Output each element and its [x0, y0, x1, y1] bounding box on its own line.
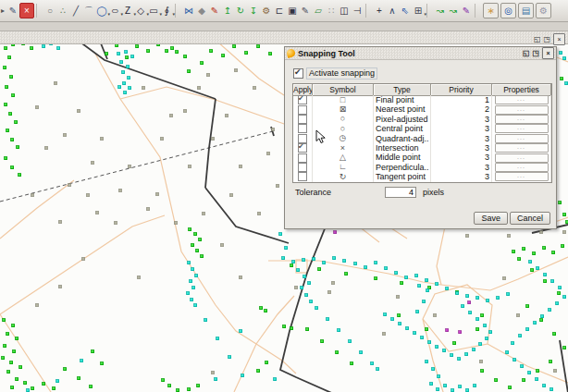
edit-vertex-tool-button[interactable]: ⇖ [399, 4, 412, 18]
dialog-restore-down-icon[interactable]: ◱ [523, 50, 530, 57]
copy-features-tool-button[interactable]: ▱ [312, 4, 325, 18]
symmetry-tool-button[interactable]: ⋈ [182, 4, 195, 18]
priority-value[interactable]: 3 [431, 172, 492, 181]
snap-type-label[interactable]: Quadrant-adj.. [374, 134, 431, 143]
view-close-icon[interactable]: × [553, 33, 565, 45]
arc-tool-button[interactable]: ⌒ [82, 4, 95, 18]
purple-pencil-tool-button[interactable]: ✎ [460, 4, 473, 18]
apply-checkbox[interactable] [298, 134, 307, 143]
wrench-tool-button[interactable]: ⚙ [260, 4, 273, 18]
rotate-tool-button[interactable]: ↻ [234, 4, 247, 18]
vertex-tool-icon: ∧ [389, 6, 395, 16]
apply-checkbox[interactable] [298, 124, 307, 133]
rectangle-tool-button[interactable]: ▭▾ [147, 4, 160, 18]
join-lines-tool-button[interactable]: ⊣ [351, 4, 364, 18]
stamp-tool-button[interactable]: ◆ [195, 4, 208, 18]
symmetry-tool-icon: ⋈ [184, 6, 193, 16]
dropdown-arrow-icon[interactable]: ▾ [172, 11, 175, 17]
arc-tool-icon: ⌒ [84, 6, 93, 16]
properties-button[interactable]: ... [495, 153, 549, 163]
edit-vertex-tool-icon: ⇖ [401, 6, 409, 16]
apply-checkbox[interactable] [298, 163, 307, 172]
activate-snapping-row: Activate snapping [293, 67, 377, 80]
snap-type-label[interactable]: Middle point [374, 153, 431, 162]
snap-type-label[interactable]: Pixel-adjusted [374, 115, 431, 124]
view-restore-down-icon[interactable]: ◱ [534, 36, 541, 43]
polyline-tool-icon: Z [125, 6, 130, 16]
table-row: ⊠Nearest point2... [293, 104, 551, 114]
apply-checkbox[interactable] [298, 153, 307, 163]
explode-tool-button[interactable]: ↝ [434, 4, 447, 18]
priority-value[interactable]: 3 [431, 124, 492, 133]
dialog-close-icon[interactable]: × [542, 47, 554, 59]
apply-checkbox[interactable] [298, 143, 307, 153]
polyline-tool-button[interactable]: Z▾ [121, 4, 134, 18]
cross-tool-button[interactable]: + [373, 4, 386, 18]
move-down-tool-button[interactable]: ↧ [247, 4, 260, 18]
join-lines-tool-icon: ⊣ [353, 6, 362, 16]
explode-tool-icon: ↝ [437, 6, 444, 16]
snap-type-label[interactable]: Nearest point [374, 104, 431, 114]
snapping-tool-button[interactable]: ∗ [483, 3, 499, 18]
move-up-tool-button[interactable]: ↥ [221, 4, 234, 18]
tolerance-input[interactable] [385, 187, 416, 198]
vertex-tool-button[interactable]: ∧ [386, 4, 399, 18]
snapping-tool-icon: ∗ [487, 6, 494, 16]
properties-button[interactable]: ... [495, 124, 549, 133]
flatten-rectangle-tool-button[interactable]: ⊏ [273, 4, 286, 18]
view-window-titlebar[interactable] [0, 31, 568, 44]
dropdown-arrow-icon[interactable]: ▾ [424, 11, 426, 17]
spline-tool-button[interactable]: ∮▾ [160, 4, 173, 18]
priority-value[interactable]: 3 [431, 134, 492, 143]
stretch-rectangle-tool-button[interactable]: ▣ [286, 4, 299, 18]
dialog-titlebar[interactable]: Snapping Tool ◱ ◳ × [285, 47, 556, 60]
line-tool-button[interactable]: ╱ [69, 4, 82, 18]
priority-value[interactable]: 3 [431, 163, 492, 172]
selection-edit-tool-button[interactable]: ✎ [6, 4, 19, 18]
apply-checkbox[interactable] [298, 105, 307, 115]
snap-type-label[interactable]: Intersection [374, 143, 431, 153]
priority-value[interactable]: 3 [431, 153, 492, 162]
simplify-tool-button[interactable]: ↝ [447, 4, 460, 18]
snap-type-label[interactable]: Tangent point [374, 172, 431, 181]
properties-button[interactable]: ... [495, 143, 549, 153]
document-preview-tool-button[interactable]: ◎ [500, 3, 516, 18]
snap-type-label[interactable]: Perpendicula.. [374, 163, 431, 172]
apply-checkbox[interactable] [298, 95, 307, 104]
polygon-tool-button[interactable]: ◇▾ [134, 4, 147, 18]
properties-button[interactable]: ... [495, 134, 549, 143]
dialog-restore-icon[interactable]: ◳ [532, 50, 539, 57]
red-pencil-tool-button[interactable]: ✎ [208, 4, 221, 18]
properties-button[interactable]: ... [495, 105, 549, 115]
settings-tool-button[interactable]: ⚙ [536, 3, 551, 18]
view-restore-icon[interactable]: ◳ [543, 36, 550, 43]
matrix-tool-button[interactable]: ⊞▾ [412, 4, 425, 18]
selection-matrix-tool-button[interactable]: ∷ [325, 4, 338, 18]
activate-snapping-label[interactable]: Activate snapping [306, 67, 377, 80]
table-view-tool-button[interactable]: ▤ [518, 3, 534, 18]
ellipse-tool-button[interactable]: ○▾ [108, 4, 121, 18]
split-view-tool-button[interactable]: ◫ [338, 4, 351, 18]
priority-value[interactable]: 3 [431, 143, 492, 153]
flatten-rectangle-tool-icon: ⊏ [276, 6, 283, 16]
apply-checkbox[interactable] [298, 172, 307, 181]
priority-value[interactable]: 2 [431, 104, 492, 114]
properties-button[interactable]: ... [495, 163, 549, 172]
snap-symbol-icon: □ [340, 96, 345, 104]
snap-type-label[interactable]: Final point [374, 95, 431, 104]
point-tool-button[interactable]: ○ [43, 4, 56, 18]
snap-type-label[interactable]: Central point [374, 124, 431, 133]
priority-value[interactable]: 3 [431, 115, 492, 124]
multipoint-tool-button[interactable]: ∴ [56, 4, 69, 18]
properties-button[interactable]: ... [495, 172, 549, 181]
ink-pencil-tool-button[interactable]: ✎ [299, 4, 312, 18]
cancel-button[interactable]: Cancel [510, 212, 550, 225]
activate-snapping-checkbox[interactable] [293, 68, 303, 79]
priority-value[interactable]: 1 [431, 95, 492, 104]
apply-checkbox[interactable] [298, 115, 307, 124]
clear-selection-tool-button[interactable]: × [19, 3, 34, 18]
properties-button[interactable]: ... [495, 115, 549, 124]
properties-button[interactable]: ... [495, 95, 549, 104]
save-button[interactable]: Save [474, 212, 508, 225]
circle-tool-button[interactable]: ◯▾ [95, 4, 108, 18]
